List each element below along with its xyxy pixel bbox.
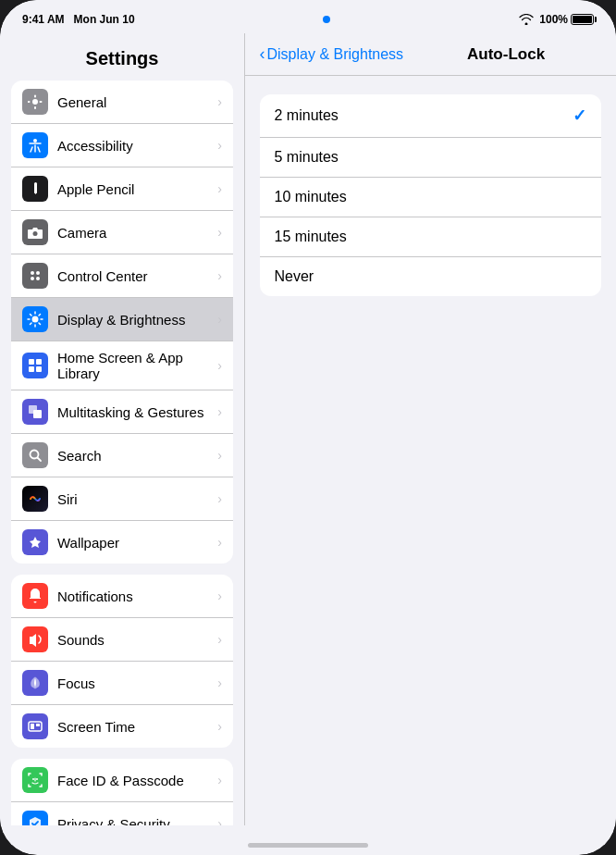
svg-point-1 (33, 139, 37, 142)
sidebar-item-control-center[interactable]: Control Center › (11, 254, 233, 298)
option-10min[interactable]: 10 minutes (260, 178, 602, 217)
camera-chevron: › (217, 225, 222, 240)
status-dot (323, 16, 330, 23)
svg-line-25 (38, 458, 42, 462)
apple-pencil-icon (22, 176, 48, 202)
privacy-chevron: › (217, 816, 222, 825)
siri-icon (22, 486, 48, 512)
svg-line-15 (39, 323, 41, 325)
option-never[interactable]: Never (260, 257, 602, 296)
wallpaper-label: Wallpaper (57, 535, 217, 551)
screen-time-icon (22, 713, 48, 739)
focus-chevron: › (217, 675, 222, 690)
sidebar-item-privacy[interactable]: Privacy & Security › (11, 802, 233, 825)
privacy-icon (22, 811, 48, 825)
wallpaper-icon (22, 529, 48, 555)
sidebar-item-wallpaper[interactable]: Wallpaper › (11, 521, 233, 564)
back-button[interactable]: ‹ Display & Brightness (260, 44, 404, 64)
sidebar-item-multitasking[interactable]: Multitasking & Gestures › (11, 390, 233, 434)
search-icon (22, 442, 48, 468)
control-center-chevron: › (217, 268, 222, 283)
display-brightness-label: Display & Brightness (57, 312, 217, 328)
detail-title: Auto-Lock (467, 45, 545, 64)
svg-point-29 (32, 778, 34, 780)
focus-label: Focus (57, 675, 217, 691)
svg-rect-21 (36, 366, 42, 372)
accessibility-icon (22, 132, 48, 158)
camera-icon (22, 219, 48, 245)
apple-pencil-chevron: › (217, 181, 222, 196)
svg-point-8 (36, 277, 40, 280)
sidebar-item-home-screen[interactable]: Home Screen & App Library › (11, 341, 233, 390)
multitasking-icon (22, 399, 48, 425)
sidebar-item-display-brightness[interactable]: Display & Brightness › (11, 298, 233, 341)
detail-header: ‹ Display & Brightness Auto-Lock (245, 33, 617, 76)
sidebar-item-accessibility[interactable]: Accessibility › (11, 124, 233, 167)
option-2min-label: 2 minutes (275, 107, 339, 124)
sidebar-item-sounds[interactable]: Sounds › (11, 618, 233, 662)
face-id-label: Face ID & Passcode (57, 773, 217, 788)
display-brightness-chevron: › (217, 312, 222, 327)
sidebar-item-focus[interactable]: Focus › (11, 662, 233, 705)
option-15min-label: 15 minutes (275, 229, 347, 245)
option-5min-label: 5 minutes (275, 149, 339, 166)
option-2min[interactable]: 2 minutes ✓ (260, 94, 602, 138)
focus-icon (22, 670, 48, 696)
svg-rect-20 (29, 366, 34, 372)
sidebar-item-siri[interactable]: Siri › (11, 477, 233, 521)
sidebar: Settings General › (0, 33, 244, 825)
wifi-icon (519, 14, 534, 25)
svg-point-7 (31, 277, 34, 280)
svg-point-4 (33, 231, 38, 236)
multitasking-chevron: › (217, 404, 222, 419)
option-10min-label: 10 minutes (275, 189, 347, 205)
sidebar-item-face-id[interactable]: Face ID & Passcode › (11, 759, 233, 802)
main-content: Settings General › (0, 33, 616, 825)
option-5min[interactable]: 5 minutes (260, 138, 602, 178)
svg-rect-23 (33, 410, 42, 418)
battery-fill (573, 16, 592, 23)
face-id-icon (22, 767, 48, 793)
status-time: 9:41 AM (22, 13, 65, 26)
back-chevron-icon: ‹ (260, 44, 265, 64)
svg-line-14 (31, 315, 32, 316)
svg-marker-3 (34, 192, 37, 194)
camera-label: Camera (57, 225, 217, 241)
general-chevron: › (217, 94, 222, 109)
face-id-chevron: › (217, 773, 222, 787)
battery-icon (571, 14, 594, 25)
home-indicator (0, 825, 616, 855)
wallpaper-chevron: › (217, 535, 222, 550)
option-never-label: Never (275, 268, 314, 285)
screen-time-label: Screen Time (57, 719, 217, 735)
sidebar-item-screen-time[interactable]: Screen Time › (11, 705, 233, 748)
notifications-label: Notifications (57, 589, 217, 604)
home-screen-label: Home Screen & App Library (57, 350, 217, 381)
svg-point-30 (36, 778, 38, 780)
sidebar-group-1: General › Accessibility › (11, 81, 233, 564)
sounds-label: Sounds (57, 632, 217, 648)
search-chevron: › (217, 448, 222, 463)
battery-indicator: 100% (539, 13, 594, 26)
sidebar-item-apple-pencil[interactable]: Apple Pencil › (11, 167, 233, 211)
multitasking-label: Multitasking & Gestures (57, 404, 217, 420)
svg-point-5 (31, 271, 34, 275)
siri-chevron: › (217, 491, 222, 506)
option-2min-checkmark: ✓ (573, 105, 586, 126)
sidebar-item-notifications[interactable]: Notifications › (11, 575, 233, 618)
sidebar-item-general[interactable]: General › (11, 81, 233, 124)
sidebar-item-search[interactable]: Search › (11, 434, 233, 477)
svg-rect-28 (36, 724, 40, 726)
status-bar: 9:41 AM Mon Jun 10 100% (0, 0, 616, 33)
accessibility-chevron: › (217, 138, 222, 153)
search-label: Search (57, 448, 217, 464)
svg-rect-27 (31, 724, 34, 729)
home-screen-icon (22, 353, 48, 378)
sidebar-item-camera[interactable]: Camera › (11, 211, 233, 254)
siri-label: Siri (57, 491, 217, 507)
option-15min[interactable]: 15 minutes (260, 217, 602, 257)
svg-rect-2 (34, 182, 37, 193)
sidebar-title: Settings (0, 41, 244, 81)
battery-percent: 100% (539, 13, 568, 26)
privacy-label: Privacy & Security (57, 816, 217, 826)
